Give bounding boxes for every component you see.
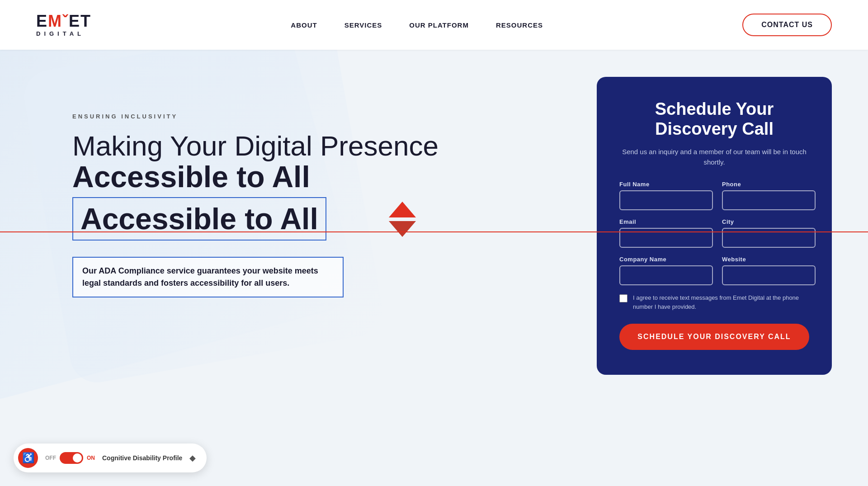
company-group: Company Name — [619, 256, 713, 285]
city-input[interactable] — [722, 228, 816, 248]
highlighted-heading: Accessible to All — [80, 202, 318, 236]
submit-button[interactable]: SCHEDULE YOUR DISCOVERY CALL — [619, 324, 809, 350]
form-row-3: Company Name Website — [619, 256, 809, 285]
city-label: City — [722, 218, 816, 225]
right-section: Schedule Your Discovery Call Send us an … — [597, 77, 832, 375]
full-name-group: Full Name — [619, 181, 713, 210]
checkbox-row: I agree to receive text messages from Em… — [619, 293, 809, 311]
toggle-group: OFF ON — [45, 452, 95, 464]
arrow-up-icon — [389, 202, 416, 217]
website-label: Website — [722, 256, 816, 263]
form-card: Schedule Your Discovery Call Send us an … — [597, 77, 832, 375]
form-row-1: Full Name Phone — [619, 181, 809, 210]
phone-group: Phone — [722, 181, 816, 210]
main-content: ENSURING INCLUSIVITY Making Your Digital… — [0, 50, 868, 375]
accessibility-icon[interactable]: ♿ — [18, 448, 38, 468]
red-horizontal-line — [0, 231, 868, 232]
form-subtitle: Send us an inquiry and a member of our t… — [619, 147, 809, 167]
accessibility-bar: ♿ OFF ON Cognitive Disability Profile ◆ — [14, 444, 207, 472]
arrow-down-icon — [389, 221, 416, 237]
diamond-icon: ◆ — [189, 453, 196, 463]
nav-services[interactable]: SERVICES — [344, 21, 382, 29]
animated-text-area: Accessible to All — [72, 197, 579, 248]
contact-us-button[interactable]: CONTACT US — [742, 14, 832, 36]
company-label: Company Name — [619, 256, 713, 263]
email-input[interactable] — [619, 228, 713, 248]
form-title-line2: Discovery Call — [655, 119, 774, 138]
website-group: Website — [722, 256, 816, 285]
toggle-thumb — [73, 453, 82, 462]
email-label: Email — [619, 218, 713, 225]
description-text: Our ADA Compliance service guarantees yo… — [82, 265, 334, 289]
description-box: Our ADA Compliance service guarantees yo… — [72, 257, 344, 297]
email-group: Email — [619, 218, 713, 248]
logo-accent: Mˇ — [48, 13, 69, 29]
hero-heading-line2: Accessible to All — [72, 161, 579, 193]
nav-about[interactable]: ABOUT — [291, 21, 317, 29]
toggle-off-label: OFF — [45, 455, 56, 461]
toggle-track — [60, 452, 83, 464]
website-input[interactable] — [722, 265, 816, 285]
nav-resources[interactable]: RESOURCES — [496, 21, 543, 29]
consent-label: I agree to receive text messages from Em… — [633, 293, 809, 311]
company-input[interactable] — [619, 265, 713, 285]
profile-label: Cognitive Disability Profile — [102, 454, 182, 462]
main-nav: ABOUT SERVICES OUR PLATFORM RESOURCES — [291, 21, 543, 29]
form-title: Schedule Your Discovery Call — [619, 99, 809, 139]
consent-checkbox[interactable] — [619, 294, 627, 302]
hero-heading-line1: Making Your Digital Presence — [72, 131, 579, 161]
logo: EMˇET DIGITAL — [36, 13, 91, 37]
highlight-box: Accessible to All — [72, 197, 326, 241]
form-title-line1: Schedule Your — [655, 99, 774, 118]
nav-platform[interactable]: OUR PLATFORM — [409, 21, 469, 29]
form-row-2: Email City — [619, 218, 809, 248]
phone-input[interactable] — [722, 190, 816, 210]
hero-subtitle: ENSURING INCLUSIVITY — [72, 113, 579, 120]
toggle-switch[interactable] — [60, 452, 83, 464]
logo-text: EMˇET — [36, 13, 91, 29]
full-name-label: Full Name — [619, 181, 713, 188]
left-section: ENSURING INCLUSIVITY Making Your Digital… — [72, 77, 597, 297]
phone-label: Phone — [722, 181, 816, 188]
full-name-input[interactable] — [619, 190, 713, 210]
toggle-on-label: ON — [87, 455, 95, 461]
city-group: City — [722, 218, 816, 248]
logo-subtitle: DIGITAL — [36, 30, 85, 37]
header: EMˇET DIGITAL ABOUT SERVICES OUR PLATFOR… — [0, 0, 868, 50]
